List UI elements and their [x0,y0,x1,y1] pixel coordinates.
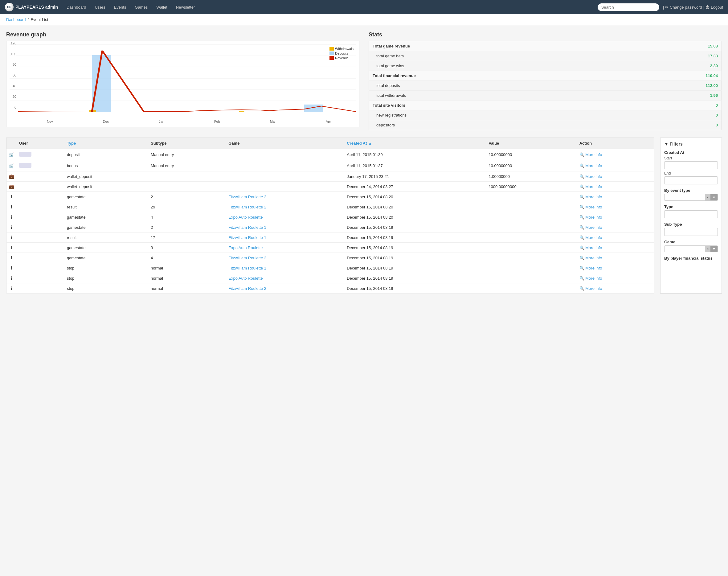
row-user [17,263,64,273]
more-info-link[interactable]: 🔍 More info [579,276,651,281]
nav-dashboard[interactable]: Dashboard [63,0,90,14]
brand-label: PLAYPEARLS admin [16,5,58,9]
row-created-at: January 17, 2015 23:21 [344,171,486,182]
more-info-link[interactable]: 🔍 More info [579,256,651,260]
row-created-at: December 15, 2014 08:19 [344,253,486,263]
nav-events[interactable]: Events [110,0,130,14]
more-info-link[interactable]: 🔍 More info [579,164,651,168]
row-action: 🔍 More info [577,182,654,192]
breadcrumb-current: Event List [31,17,48,22]
th-created-at[interactable]: Created At ▲ [344,138,486,149]
x-label-mar: Mar [270,120,276,123]
th-type[interactable]: Type [64,138,148,149]
more-info-link[interactable]: 🔍 More info [579,286,651,291]
row-type: bonus [64,160,148,171]
filter-game-dropdown[interactable]: ▼ [710,246,718,252]
filter-event-type-select[interactable]: × ▼ [664,194,718,201]
stats-row: total deposits112.00 [369,81,722,91]
top-section: Revenue graph 120 100 80 60 40 20 0 [6,31,722,130]
row-action: 🔍 More info [577,253,654,263]
row-action: 🔍 More info [577,192,654,202]
brand: PP PLAYPEARLS admin [5,3,58,11]
row-user [17,160,64,171]
filter-start-label: Start [664,156,718,160]
legend-deposits-color [330,52,334,55]
game-link[interactable]: Expo Auto Roulette [229,215,263,220]
more-info-link[interactable]: 🔍 More info [579,215,651,220]
change-password-link[interactable]: Change password [670,5,702,9]
more-info-link[interactable]: 🔍 More info [579,174,651,179]
stats-value: 110.04 [623,71,722,81]
nav-wallet[interactable]: Wallet [153,0,171,14]
row-action: 🔍 More info [577,243,654,253]
row-game [226,160,344,171]
row-type: stop [64,283,148,293]
game-link[interactable]: Fitzwilliam Roulette 2 [229,256,266,260]
filter-event-type-label: By event type [664,188,718,193]
filter-end-input[interactable] [664,176,718,184]
stats-value: 0 [623,120,722,130]
breadcrumb-separator: / [28,17,29,22]
more-info-link[interactable]: 🔍 More info [579,184,651,189]
more-info-link[interactable]: 🔍 More info [579,235,651,240]
row-value [486,222,577,232]
stats-value: 0 [623,100,722,110]
more-info-link[interactable]: 🔍 More info [579,225,651,230]
filters-panel: ▼ Filters Created At Start End By event … [660,138,722,293]
stats-label: total game wins [369,61,623,71]
row-icon: 🛒 [6,160,17,171]
more-info-link[interactable]: 🔍 More info [579,266,651,270]
row-game: Expo Auto Roulette [226,243,344,253]
game-link[interactable]: Fitzwilliam Roulette 2 [229,205,266,209]
row-created-at: December 15, 2014 08:19 [344,263,486,273]
row-value [486,202,577,212]
more-info-link[interactable]: 🔍 More info [579,205,651,209]
row-game: Fitzwilliam Roulette 1 [226,222,344,232]
stats-label: total deposits [369,81,623,91]
search-input[interactable] [598,3,659,11]
filter-game-clear[interactable]: × [705,246,710,252]
game-link[interactable]: Fitzwilliam Roulette 1 [229,235,266,240]
row-type: result [64,232,148,243]
game-link[interactable]: Fitzwilliam Roulette 2 [229,286,266,291]
logout-link[interactable]: Logout [711,5,723,9]
row-icon: ℹ [6,243,17,253]
legend-deposits-label: Deposits [335,52,348,55]
table-row: ℹstopnormalExpo Auto RouletteDecember 15… [6,273,654,283]
game-link[interactable]: Expo Auto Roulette [229,246,263,250]
stats-value: 112.00 [623,81,722,91]
more-info-link[interactable]: 🔍 More info [579,152,651,157]
filter-subtype-input[interactable] [664,228,718,236]
logo-icon: PP [5,3,13,11]
row-icon: ℹ [6,192,17,202]
more-info-link[interactable]: 🔍 More info [579,195,651,199]
game-link[interactable]: Fitzwilliam Roulette 2 [229,195,266,199]
nav-users[interactable]: Users [91,0,109,14]
filter-type-input[interactable] [664,210,718,218]
row-subtype: 17 [148,232,226,243]
breadcrumb-home[interactable]: Dashboard [6,17,26,22]
filter-subtype-label: Sub Type [664,222,718,227]
row-subtype: 29 [148,202,226,212]
game-link[interactable]: Fitzwilliam Roulette 1 [229,225,266,230]
row-game [226,149,344,160]
nav-games[interactable]: Games [131,0,151,14]
row-created-at: December 15, 2014 08:19 [344,243,486,253]
nav-newsletter[interactable]: Newsletter [172,0,199,14]
more-info-link[interactable]: 🔍 More info [579,246,651,250]
row-icon: ℹ [6,222,17,232]
filter-start-input[interactable] [664,161,718,169]
avatar [19,163,31,168]
filter-game-select[interactable]: × ▼ [664,246,718,252]
filter-created-at-label: Created At [664,150,718,155]
game-link[interactable]: Fitzwilliam Roulette 1 [229,266,266,270]
row-created-at: December 15, 2014 08:19 [344,232,486,243]
filter-type: Type [664,204,718,218]
row-icon: ℹ [6,283,17,293]
game-link[interactable]: Expo Auto Roulette [229,276,263,281]
row-game: Fitzwilliam Roulette 2 [226,192,344,202]
row-action: 🔍 More info [577,171,654,182]
filter-event-type-clear[interactable]: × [705,194,710,200]
row-game: Fitzwilliam Roulette 2 [226,283,344,293]
filter-event-type-dropdown[interactable]: ▼ [710,194,718,200]
